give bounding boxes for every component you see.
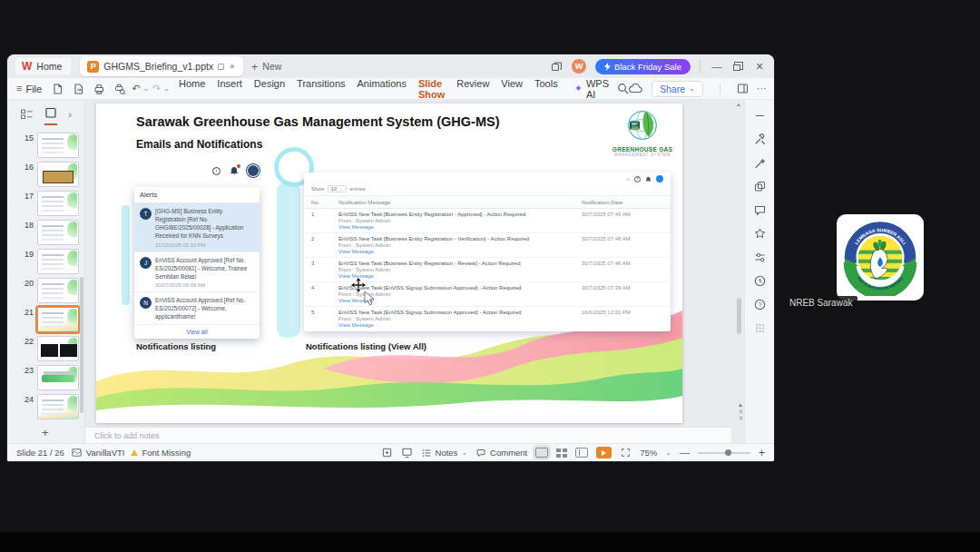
ppt-file-icon: P [87, 61, 99, 73]
window-stack-icon[interactable] [551, 61, 563, 73]
menu-tools[interactable]: Tools [534, 78, 558, 100]
slide-thumbnail[interactable] [37, 191, 79, 216]
slide-sorter-view-button[interactable] [556, 448, 567, 458]
new-slide-icon[interactable] [381, 447, 393, 458]
history-clock-icon[interactable] [753, 274, 767, 288]
canvas-scrollbar[interactable] [737, 298, 741, 334]
restore-button[interactable] [733, 62, 743, 71]
scroll-up-small-icon[interactable]: ▲ [738, 403, 743, 408]
cloud-sync-icon[interactable] [629, 84, 643, 94]
fit-slide-icon[interactable] [620, 447, 632, 458]
present-display-icon[interactable] [401, 447, 413, 458]
normal-view-button[interactable] [535, 448, 548, 458]
menu-slide-show[interactable]: Slide Show [418, 78, 445, 100]
slide-thumbnail[interactable] [37, 249, 79, 274]
print-icon[interactable] [93, 83, 105, 95]
font-missing-warning[interactable]: Font Missing [131, 448, 191, 458]
promo-banner-button[interactable]: Black Friday Sale [595, 59, 691, 74]
notes-toggle[interactable]: Notes ⌄ [421, 448, 468, 458]
panel-scrollbar[interactable] [80, 277, 83, 413]
slide-thumbnail-row[interactable]: 20 [19, 278, 79, 303]
zoom-slider-handle[interactable] [725, 449, 731, 456]
slide-thumbnail-row-selected[interactable]: 21 [19, 307, 79, 332]
zoom-out-button[interactable]: — [680, 448, 690, 458]
task-pane-icon[interactable] [737, 83, 749, 94]
reading-view-button[interactable] [575, 448, 588, 458]
apps-grid-icon[interactable] [753, 321, 767, 335]
menu-transitions[interactable]: Transitions [297, 78, 345, 100]
menu-home[interactable]: Home [179, 78, 205, 100]
add-slide-button[interactable]: + [42, 427, 49, 439]
help-icon[interactable]: ? [753, 298, 767, 311]
menu-design[interactable]: Design [254, 78, 285, 100]
undo-caret-icon[interactable]: ⌄ [142, 85, 149, 93]
print-preview-icon[interactable] [113, 83, 126, 95]
slide-thumbnail[interactable] [37, 133, 79, 158]
slide-thumbnail-row[interactable]: 15 [19, 133, 79, 158]
meeting-stage: W Home P GHGMS_Briefing_v1.pptx ∗ + New … [0, 0, 980, 552]
slide-thumbnail-row[interactable]: 16 [19, 162, 79, 187]
slide-21[interactable]: Sarawak Greenhouse Gas Management System… [96, 104, 682, 423]
collapse-panel-icon[interactable]: › [68, 109, 72, 120]
undo-icon[interactable]: ↶ [132, 84, 140, 94]
theme-button[interactable]: VanillaVTI [71, 447, 125, 458]
outline-view-icon[interactable] [20, 108, 34, 121]
shapes-icon[interactable] [753, 180, 767, 193]
menu-animations[interactable]: Animations [358, 78, 407, 100]
zoom-in-button[interactable]: + [759, 447, 765, 459]
tab-pin-icon[interactable] [218, 64, 224, 70]
search-icon[interactable] [617, 83, 629, 94]
slide-thumbnail-row[interactable]: 17 [19, 191, 79, 216]
slide-thumbnail[interactable] [37, 394, 79, 419]
comment-icon[interactable] [753, 203, 767, 217]
menu-insert[interactable]: Insert [217, 78, 242, 100]
favorites-star-icon[interactable] [753, 227, 767, 241]
new-tab-button[interactable]: + New [251, 61, 282, 73]
slide-thumbnail[interactable] [37, 162, 79, 187]
minimize-button[interactable]: — [710, 62, 724, 72]
slideshow-play-button[interactable] [596, 447, 612, 458]
slide-thumbnail-row[interactable]: 23 [19, 365, 79, 390]
wps-ai-button[interactable]: ✦ WPS AI [574, 78, 609, 100]
slide-thumbnail[interactable] [37, 278, 79, 303]
row-no: 3 [311, 261, 338, 279]
tools-icon[interactable] [753, 133, 767, 146]
slide-thumbnail[interactable] [37, 336, 79, 361]
tab-wps-home[interactable]: W Home [15, 57, 72, 75]
slide-thumbnail-row[interactable]: 22 [19, 336, 79, 361]
redo-icon[interactable]: ↷ [152, 84, 161, 94]
menu-review[interactable]: Review [456, 78, 489, 100]
notes-label: Notes [436, 448, 458, 458]
collapse-rail-icon[interactable] [753, 109, 767, 123]
comment-label: Comment [490, 448, 527, 458]
previous-slide-button[interactable]: « [737, 409, 743, 413]
slide-view-icon[interactable] [44, 106, 57, 123]
slide-thumbnail[interactable] [37, 220, 79, 245]
slide-thumbnail-row[interactable]: 18 [19, 220, 79, 245]
zoom-slider[interactable] [698, 452, 750, 454]
notifications-table-screenshot: ⌂ ? Show 10⌄ entries No. Notificat [304, 172, 671, 331]
participant-video-tile[interactable]: LEMBAGA SUMBER ASLI DAN ALAM SEKITAR SAR… [837, 214, 924, 301]
close-button[interactable]: ✕ [752, 62, 767, 72]
zoom-level[interactable]: 75% [640, 448, 657, 458]
zoom-caret-icon[interactable]: ⌄ [665, 449, 671, 457]
next-slide-button[interactable]: » [737, 416, 743, 419]
redo-caret-icon[interactable]: ⌄ [163, 85, 170, 93]
save-icon[interactable] [51, 83, 64, 95]
menu-view[interactable]: View [501, 78, 523, 100]
slide-thumbnail[interactable] [37, 307, 79, 332]
comment-button[interactable]: Comment [475, 448, 527, 458]
effects-wand-icon[interactable] [753, 156, 767, 170]
scroll-up-icon[interactable]: ▲ [736, 102, 741, 107]
slide-thumbnail-row[interactable]: 24 [19, 394, 79, 419]
share-button[interactable]: Share ⌄ [652, 81, 703, 97]
account-avatar[interactable]: W [572, 59, 586, 74]
settings-sliders-icon[interactable] [753, 251, 767, 264]
notes-input[interactable]: Click to add notes [85, 427, 731, 443]
file-menu-button[interactable]: ≡ File [16, 84, 42, 94]
tab-document[interactable]: P GHGMS_Briefing_v1.pptx ∗ [80, 56, 242, 76]
slide-thumbnail[interactable] [37, 365, 79, 390]
more-icon[interactable]: ··· [757, 84, 767, 94]
slide-thumbnail-row[interactable]: 19 [19, 249, 79, 274]
export-icon[interactable] [72, 83, 84, 95]
